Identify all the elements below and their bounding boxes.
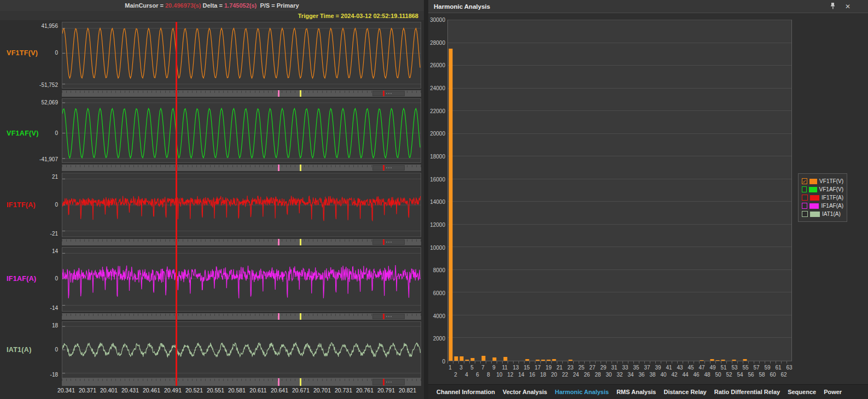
harmonic-bar[interactable] bbox=[465, 360, 469, 361]
harmonic-bar[interactable] bbox=[700, 360, 703, 361]
harmonic-bar[interactable] bbox=[547, 360, 551, 361]
waveform-svg bbox=[62, 22, 421, 88]
harmonic-bar[interactable] bbox=[492, 357, 496, 361]
legend-checkbox[interactable] bbox=[802, 195, 808, 201]
panel-splitter[interactable] bbox=[424, 0, 428, 399]
harmonic-bar[interactable] bbox=[503, 357, 507, 361]
x-tick-label: 2 bbox=[454, 372, 457, 378]
time-tick-label: 20.701 bbox=[313, 387, 331, 394]
y-tick-label: 10000 bbox=[428, 245, 445, 251]
tab-distance-relay[interactable]: Distance Relay bbox=[660, 389, 710, 395]
overview-scrollbar[interactable] bbox=[62, 239, 421, 245]
legend-swatch bbox=[809, 187, 817, 192]
waveform-plot[interactable] bbox=[62, 247, 421, 312]
waveform-plot[interactable] bbox=[62, 173, 421, 237]
channel-labels: VF1AF(V)52,0690-41,907 bbox=[0, 98, 62, 163]
channel-row-5: IAT1(A)180-18 bbox=[0, 321, 424, 378]
waveform-plot[interactable] bbox=[62, 321, 421, 378]
harmonic-bar[interactable] bbox=[710, 359, 714, 361]
tab-ratio-differential-relay[interactable]: Ratio Differential Relay bbox=[710, 389, 784, 395]
harmonic-bar[interactable] bbox=[716, 360, 720, 361]
y-tick-label: 12000 bbox=[428, 222, 445, 228]
harmonic-bar[interactable] bbox=[525, 359, 529, 361]
x-tick-label: 34 bbox=[627, 372, 633, 378]
x-tick-label: 25 bbox=[578, 365, 584, 371]
legend-checkbox[interactable] bbox=[802, 211, 808, 217]
waveform-svg bbox=[62, 322, 421, 378]
x-tick-label: 24 bbox=[573, 372, 579, 378]
trigger-time: Trigger Time = 2024-03-12 02:52:19.11186… bbox=[298, 13, 418, 19]
aux-cursor-marker-yellow bbox=[300, 378, 301, 386]
overview-scrollbar[interactable] bbox=[62, 165, 421, 171]
waveform-plot[interactable] bbox=[62, 22, 421, 89]
x-tick-label: 21 bbox=[556, 365, 562, 371]
waveform-panel: MainCursor = 20.496973(s) Delta = 1.7450… bbox=[0, 0, 424, 399]
tab-vector-analysis[interactable]: Vector Analysis bbox=[499, 389, 551, 395]
ps-readout: P/S = Primary bbox=[257, 2, 299, 9]
x-tick-label: 36 bbox=[638, 372, 644, 378]
y-tick-label: 4000 bbox=[428, 313, 445, 319]
aux-cursor-marker-yellow bbox=[300, 165, 301, 171]
x-tick-label: 49 bbox=[709, 365, 715, 371]
legend-checkbox[interactable]: ✓ bbox=[802, 178, 807, 184]
legend-item: ✓VF1TF(V) bbox=[802, 177, 843, 185]
close-icon[interactable]: ✕ bbox=[845, 3, 850, 10]
overview-scrollbar[interactable] bbox=[62, 378, 421, 386]
time-tick-label: 20.731 bbox=[335, 387, 352, 394]
pin-icon[interactable] bbox=[830, 2, 835, 10]
channel-row-3: IF1TF(A)210-21 bbox=[0, 173, 424, 237]
overview-scrollbar[interactable] bbox=[62, 90, 421, 97]
harmonic-chart-area: 0200040006000800010000120001400016000180… bbox=[428, 13, 868, 384]
harmonic-bar[interactable] bbox=[541, 360, 545, 361]
harmonic-bar[interactable] bbox=[470, 358, 474, 361]
waveform-svg bbox=[62, 99, 421, 162]
tab-rms-analysis[interactable]: RMS Analysis bbox=[613, 389, 660, 395]
legend-swatch bbox=[810, 195, 819, 201]
harmonic-bar[interactable] bbox=[454, 356, 458, 361]
chart-legend: ✓VF1TF(V)VF1AF(V)IF1TF(A)IF1AF(A)IAT1(A) bbox=[798, 173, 847, 222]
scrollbar-thumb[interactable] bbox=[372, 165, 405, 171]
tab-sequence[interactable]: Sequence bbox=[784, 389, 820, 395]
legend-label: IF1AF(A) bbox=[821, 203, 843, 209]
y-tick-label: 26000 bbox=[428, 62, 445, 68]
tab-channel-information[interactable]: Channel Information bbox=[433, 389, 499, 395]
x-tick-label: 37 bbox=[644, 365, 650, 371]
harmonic-bar[interactable] bbox=[743, 359, 747, 361]
waveform-svg bbox=[62, 248, 421, 311]
x-tick-label: 22 bbox=[562, 372, 568, 378]
waveform-plot[interactable] bbox=[62, 98, 421, 163]
harmonic-bar[interactable] bbox=[459, 356, 463, 361]
aux-cursor-marker-yellow bbox=[300, 313, 301, 320]
y-tick-label: 18000 bbox=[428, 154, 445, 160]
scrollbar-thumb[interactable] bbox=[372, 91, 405, 96]
channel-labels: IAT1(A)180-18 bbox=[0, 321, 62, 378]
scrollbar-thumb[interactable] bbox=[372, 239, 405, 245]
y-tick-label: 16000 bbox=[428, 177, 445, 183]
x-tick-label: 48 bbox=[704, 372, 710, 378]
tab-power[interactable]: Power bbox=[820, 389, 846, 395]
axis-max-label: 18 bbox=[52, 322, 58, 328]
scrollbar-thumb[interactable] bbox=[372, 379, 405, 385]
harmonic-bar[interactable] bbox=[732, 360, 736, 361]
analysis-tabbar: Channel InformationVector AnalysisHarmon… bbox=[428, 384, 868, 399]
y-tick-label: 2000 bbox=[428, 336, 445, 342]
axis-max-label: 41,956 bbox=[41, 23, 58, 29]
harmonic-bar[interactable] bbox=[448, 49, 452, 361]
harmonic-bar[interactable] bbox=[536, 360, 540, 361]
harmonic-bar[interactable] bbox=[481, 356, 485, 361]
scrollbar-thumb[interactable] bbox=[372, 314, 405, 319]
x-tick-label: 28 bbox=[595, 372, 601, 378]
legend-swatch bbox=[809, 179, 818, 184]
harmonic-bar[interactable] bbox=[721, 360, 725, 361]
tab-harmonic-analysis[interactable]: Harmonic Analysis bbox=[551, 389, 613, 395]
time-tick-label: 20.491 bbox=[164, 387, 182, 394]
axis-min-label: -18 bbox=[50, 372, 58, 378]
legend-checkbox[interactable] bbox=[802, 186, 807, 192]
x-tick-label: 63 bbox=[786, 365, 792, 371]
y-tick-label: 6000 bbox=[428, 290, 445, 296]
harmonic-bar[interactable] bbox=[569, 360, 573, 361]
overview-scrollbar[interactable] bbox=[62, 313, 421, 320]
legend-checkbox[interactable] bbox=[802, 203, 807, 209]
harmonic-bar[interactable] bbox=[552, 359, 556, 361]
main-cursor-line[interactable] bbox=[176, 22, 177, 386]
